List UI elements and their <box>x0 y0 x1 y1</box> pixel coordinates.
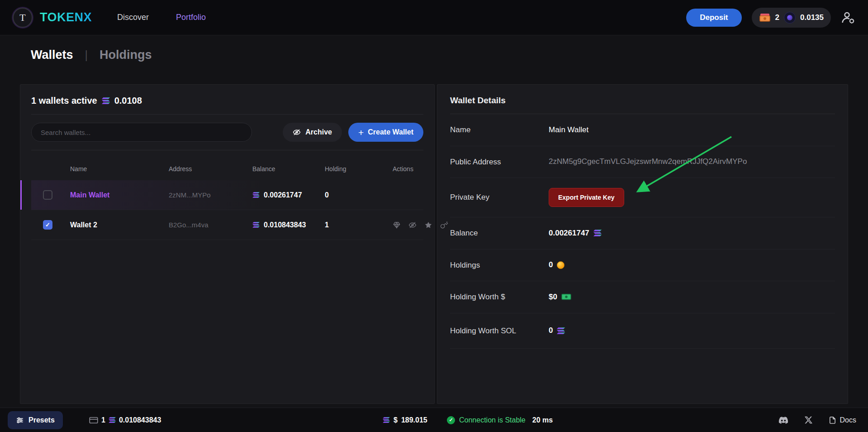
eye-off-icon[interactable] <box>408 221 417 229</box>
docs-label: Docs <box>840 416 856 424</box>
wallet-name[interactable]: Main Wallet <box>70 191 169 199</box>
nav-portfolio[interactable]: Portfolio <box>176 13 206 22</box>
brand-name: TOKENX <box>40 10 92 24</box>
token-coin-icon <box>784 12 796 24</box>
latency-value: 20 ms <box>532 416 553 424</box>
coin-icon <box>557 261 564 269</box>
tab-holdings[interactable]: Holdings <box>100 48 152 62</box>
detail-row-worth-sol: Holding Worth SOL 0 <box>450 313 835 349</box>
connection-status: Connection is Stable <box>459 416 526 424</box>
field-label: Private Key <box>450 192 519 203</box>
solana-icon <box>252 222 260 228</box>
price-currency: $ <box>394 416 398 424</box>
col-balance: Balance <box>252 165 325 173</box>
create-wallet-button[interactable]: + Create Wallet <box>348 123 423 142</box>
top-nav: T TOKENX Discover Portfolio Deposit 2 0.… <box>0 0 868 35</box>
col-address: Address <box>169 165 252 173</box>
wallet-details-panel: Wallet Details Name Main Wallet Public A… <box>437 84 848 404</box>
wallet-address: B2Go...m4va <box>169 221 252 229</box>
wallet-address: 2zNM...MYPo <box>169 191 252 199</box>
detail-row-name: Name Main Wallet <box>450 114 835 146</box>
detail-row-holdings: Holdings 0 <box>450 250 835 282</box>
wallets-panel: 1 wallets active 0.0108 Archive + <box>20 84 435 404</box>
price-value: 189.015 <box>401 416 427 424</box>
docs-link[interactable]: Docs <box>829 416 856 424</box>
wallet-controls: Archive + Create Wallet <box>31 123 423 142</box>
docs-file-icon <box>829 416 836 424</box>
row-checkbox[interactable] <box>43 220 52 230</box>
col-name: Name <box>70 165 169 173</box>
wallet-balance: 0.00261747 <box>264 191 302 199</box>
wallets-summary: 1 wallets active 0.0108 <box>31 96 423 106</box>
content-panels: 1 wallets active 0.0108 Archive + <box>20 84 848 404</box>
eye-off-icon <box>293 128 301 136</box>
brand-logo[interactable]: T <box>13 8 33 28</box>
wallet-count: 1 <box>101 416 105 424</box>
connection-group: ✓ Connection is Stable 20 ms <box>447 408 553 432</box>
wallets-active-sol: 0.0108 <box>114 96 142 106</box>
worth-usd-value: $0 <box>549 293 557 302</box>
social-links: Docs <box>778 408 856 432</box>
detail-row-balance: Balance 0.00261747 <box>450 217 835 250</box>
row-checkbox[interactable] <box>43 190 52 200</box>
col-actions: Actions <box>393 165 425 173</box>
presets-sliders-icon <box>16 416 24 424</box>
tab-separator: | <box>85 48 88 62</box>
logo-letter: T <box>19 12 25 24</box>
divider <box>31 150 423 150</box>
wallet-holding: 1 <box>325 221 393 229</box>
solana-icon <box>109 417 116 423</box>
solana-icon <box>557 327 565 334</box>
banknote-icon <box>561 293 571 300</box>
presets-label: Presets <box>28 416 55 424</box>
wallet-name[interactable]: Wallet 2 <box>70 221 169 229</box>
wallet-total-group: 1 0.010843843 <box>89 408 161 432</box>
balance-pill[interactable]: 2 0.0135 <box>752 8 831 28</box>
wallet-total: 0.010843843 <box>119 416 161 424</box>
archive-label: Archive <box>305 128 332 136</box>
export-private-key-button[interactable]: Export Private Key <box>549 188 624 207</box>
x-icon[interactable] <box>805 416 812 424</box>
archive-button[interactable]: Archive <box>283 123 342 142</box>
sol-price-group: $ 189.015 <box>383 408 427 432</box>
solana-icon <box>252 192 260 198</box>
solana-icon <box>102 97 110 104</box>
detail-row-public-address: Public Address 2zNM5g9CgecTmVLGJejzswrMn… <box>450 146 835 178</box>
check-circle-icon: ✓ <box>447 416 455 424</box>
create-wallet-label: Create Wallet <box>368 128 413 136</box>
deposit-button[interactable]: Deposit <box>686 9 741 27</box>
wallet-balance: 0.010843843 <box>264 221 306 229</box>
main-nav: Discover Portfolio <box>117 13 206 22</box>
search-input[interactable] <box>31 123 252 142</box>
col-holding: Holding <box>325 165 393 173</box>
field-label: Holdings <box>450 259 519 271</box>
user-settings-icon[interactable] <box>841 11 855 24</box>
balance-value: 0.00261747 <box>549 229 589 238</box>
table-row[interactable]: Wallet 2 B2Go...m4va 0.010843843 1 <box>31 210 423 240</box>
public-address-value: 2zNM5g9CgecTmVLGJejzswrMnw2qemRJJfQ2Airv… <box>549 157 835 166</box>
portfolio-tabs: Wallets | Holdings <box>0 35 868 62</box>
wallet-card-icon <box>89 417 98 424</box>
field-value: Main Wallet <box>549 125 835 134</box>
holdings-value: 0 <box>549 260 553 269</box>
field-label: Public Address <box>450 156 519 168</box>
worth-sol-value: 0 <box>549 326 553 335</box>
presets-button[interactable]: Presets <box>8 411 63 429</box>
nav-discover[interactable]: Discover <box>117 13 149 22</box>
gem-icon[interactable] <box>393 221 401 229</box>
plus-icon: + <box>358 128 364 137</box>
table-row[interactable]: Main Wallet 2zNM...MYPo 0.00261747 0 <box>31 180 423 210</box>
star-icon[interactable] <box>424 221 432 229</box>
divider <box>31 114 423 115</box>
sol-amount: 0.0135 <box>800 13 824 22</box>
table-header: Name Address Balance Holding Actions <box>31 158 423 180</box>
solana-icon <box>593 230 602 236</box>
row-actions <box>393 221 460 229</box>
wallets-active-text: 1 wallets active <box>31 96 97 106</box>
field-label: Holding Worth $ <box>450 291 519 303</box>
tab-wallets[interactable]: Wallets <box>31 48 73 62</box>
key-icon[interactable] <box>440 221 448 229</box>
wallets-table: Name Address Balance Holding Actions Mai… <box>31 158 423 240</box>
status-bar: Presets 1 0.010843843 $ 189.015 ✓ Connec… <box>0 408 868 432</box>
discord-icon[interactable] <box>778 416 788 425</box>
